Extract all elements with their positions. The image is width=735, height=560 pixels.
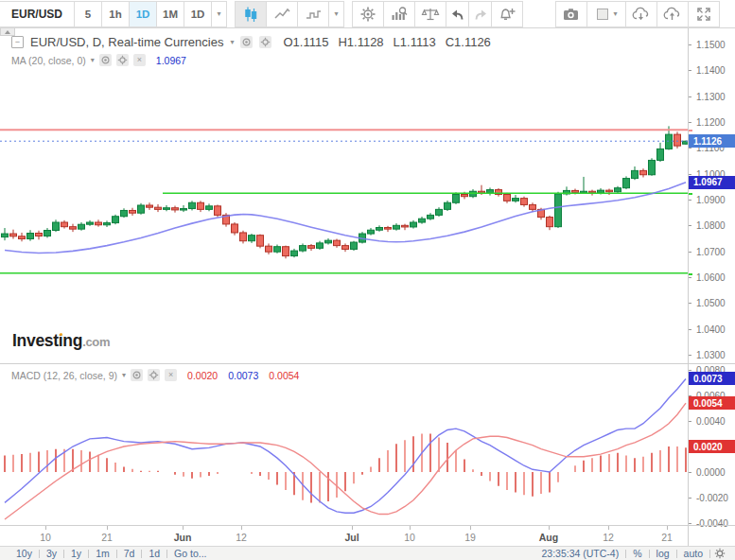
tools-group <box>353 1 523 27</box>
ohlc-values: O1.1115 H1.1128 L1.1113 C1.1126 <box>283 35 490 49</box>
candle <box>555 194 562 227</box>
chevron-down-icon[interactable]: ▾ <box>230 39 234 46</box>
candle <box>394 225 400 229</box>
date-tick-mark <box>667 526 668 530</box>
chevron-down-icon[interactable]: ▾ <box>91 57 95 64</box>
auto-scale-toggle[interactable]: auto <box>684 548 703 559</box>
indicators-button[interactable] <box>383 1 415 27</box>
price-tick-label: 1.1400 <box>696 65 726 76</box>
compare-button[interactable] <box>414 1 446 27</box>
candle <box>53 222 60 230</box>
macd-value-badge: 0.0054 <box>689 396 735 410</box>
candle <box>351 242 358 249</box>
candle <box>10 234 17 236</box>
candle <box>96 222 102 225</box>
remove-indicator-button[interactable]: × <box>165 369 177 381</box>
visibility-toggle-button[interactable] <box>240 36 253 48</box>
indicator-settings-button[interactable] <box>148 369 160 381</box>
camera-icon <box>562 6 581 23</box>
timeframe-1m-button[interactable]: 1M <box>156 1 184 27</box>
screenshot-button[interactable] <box>555 1 587 27</box>
chart-type-dropdown-button[interactable]: ▾ <box>328 1 344 27</box>
indicator-settings-button[interactable] <box>116 54 129 66</box>
price-tick-label: 1.0400 <box>696 324 726 334</box>
clock-label: 23:35:34 (UTC-4) <box>542 548 620 559</box>
cloud-download-icon <box>631 6 652 23</box>
axis-settings-button[interactable] <box>714 548 726 559</box>
candle <box>198 202 204 209</box>
timeframe-5min-button[interactable]: 5 <box>74 1 102 27</box>
candle <box>368 230 375 234</box>
trading-chart-app: EUR/USD 5 1h 1D 1M 1D ▾ <box>0 0 735 560</box>
visibility-toggle-button[interactable] <box>131 369 143 381</box>
symbol-box[interactable]: EUR/USD <box>0 1 75 27</box>
series-settings-button[interactable] <box>259 36 271 48</box>
candlestick-chart-button[interactable] <box>235 1 267 27</box>
ma-value: 1.0967 <box>156 55 186 66</box>
candle <box>291 251 298 255</box>
percent-scale-toggle[interactable]: % <box>633 548 641 559</box>
date-tick-mark <box>352 526 353 530</box>
settings-button[interactable] <box>352 1 384 27</box>
timeframe-custom-button[interactable]: 1D <box>184 1 212 27</box>
candle <box>428 215 434 219</box>
main-chart-canvas[interactable] <box>0 28 688 363</box>
chevron-down-icon[interactable]: ▾ <box>122 372 126 379</box>
chart-title: EUR/USD, D, Real-time Currencies <box>30 35 223 49</box>
remove-indicator-button[interactable]: × <box>133 54 146 66</box>
gear-icon <box>714 548 726 559</box>
candle <box>615 188 621 192</box>
macd-tick-label: 0.0000 <box>696 467 726 478</box>
undo-arrow-icon <box>450 7 465 22</box>
candle <box>470 191 477 196</box>
candle <box>61 222 68 227</box>
date-tick-label: 12 <box>603 532 614 543</box>
goto-date-button[interactable]: Go to... <box>174 548 206 559</box>
save-chart-button[interactable] <box>656 1 689 27</box>
range-3y-button[interactable]: 3y <box>46 548 57 559</box>
candle <box>308 246 315 249</box>
step-chart-button[interactable] <box>297 1 329 27</box>
top-toolbar: EUR/USD 5 1h 1D 1M 1D ▾ <box>0 0 735 28</box>
undo-button[interactable] <box>446 1 469 27</box>
date-axis[interactable]: 1021Jun12Jul1019Aug1221 <box>0 525 735 546</box>
range-1d-button[interactable]: 1d <box>149 548 160 559</box>
redo-button[interactable] <box>468 1 492 27</box>
range-1y-button[interactable]: 1y <box>71 548 81 559</box>
export-group: ▾ <box>556 1 720 27</box>
layout-select-button[interactable]: ▾ <box>586 1 626 27</box>
high-value: H1.1128 <box>338 35 383 49</box>
price-tick-mark <box>689 277 691 278</box>
log-scale-toggle[interactable]: log <box>656 548 670 559</box>
collapse-panel-icon[interactable]: − <box>11 36 24 48</box>
load-chart-button[interactable] <box>625 1 657 27</box>
candle <box>215 206 221 216</box>
date-tick-mark <box>107 526 108 530</box>
step-chart-icon <box>305 6 323 23</box>
range-7d-button[interactable]: 7d <box>124 548 135 559</box>
candlestick-icon <box>242 6 259 23</box>
line-chart-button[interactable] <box>266 1 298 27</box>
timeframe-dropdown-button[interactable]: ▾ <box>211 1 227 27</box>
date-tick-mark <box>45 526 46 530</box>
candle <box>419 219 426 222</box>
candle <box>649 160 656 174</box>
date-tick-mark <box>410 526 411 530</box>
candle <box>274 247 281 252</box>
create-alert-button[interactable] <box>491 1 523 27</box>
range-1m-button[interactable]: 1m <box>96 548 110 559</box>
candle <box>521 199 528 205</box>
fullscreen-button[interactable] <box>688 1 720 27</box>
macd-chart-canvas[interactable] <box>0 364 688 525</box>
logo-text: Invest <box>12 331 59 350</box>
macd-histogram-layer <box>5 434 686 503</box>
timeframe-1d-button[interactable]: 1D <box>129 1 157 27</box>
candle <box>640 170 647 174</box>
timeframe-1h-button[interactable]: 1h <box>101 1 130 27</box>
logo-orange-dot-i: i <box>59 331 63 350</box>
range-10y-button[interactable]: 10y <box>16 548 32 559</box>
candle <box>206 206 213 210</box>
price-axis[interactable]: 1.15001.14001.13001.12001.11001.10001.09… <box>689 28 735 546</box>
date-tick-mark <box>241 526 242 530</box>
visibility-toggle-button[interactable] <box>99 54 112 66</box>
